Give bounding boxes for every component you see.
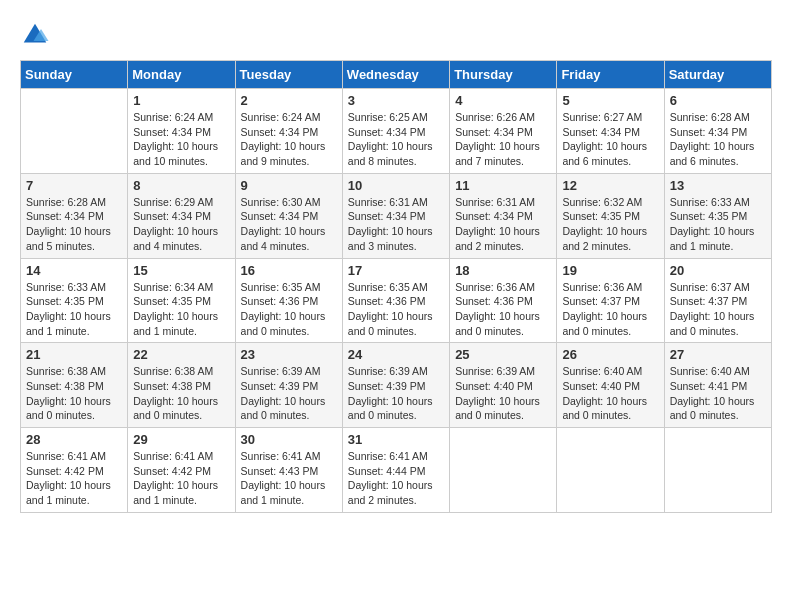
day-info: Sunrise: 6:38 AM Sunset: 4:38 PM Dayligh…: [133, 364, 229, 423]
calendar-cell: 11Sunrise: 6:31 AM Sunset: 4:34 PM Dayli…: [450, 173, 557, 258]
day-info: Sunrise: 6:40 AM Sunset: 4:40 PM Dayligh…: [562, 364, 658, 423]
day-of-week-thursday: Thursday: [450, 61, 557, 89]
calendar-cell: [450, 428, 557, 513]
day-info: Sunrise: 6:30 AM Sunset: 4:34 PM Dayligh…: [241, 195, 337, 254]
calendar-header-row: SundayMondayTuesdayWednesdayThursdayFrid…: [21, 61, 772, 89]
page-header: [20, 20, 772, 50]
calendar-cell: 5Sunrise: 6:27 AM Sunset: 4:34 PM Daylig…: [557, 89, 664, 174]
day-number: 26: [562, 347, 658, 362]
day-info: Sunrise: 6:24 AM Sunset: 4:34 PM Dayligh…: [133, 110, 229, 169]
day-info: Sunrise: 6:39 AM Sunset: 4:39 PM Dayligh…: [241, 364, 337, 423]
calendar-cell: 18Sunrise: 6:36 AM Sunset: 4:36 PM Dayli…: [450, 258, 557, 343]
day-number: 9: [241, 178, 337, 193]
calendar-cell: 8Sunrise: 6:29 AM Sunset: 4:34 PM Daylig…: [128, 173, 235, 258]
day-info: Sunrise: 6:35 AM Sunset: 4:36 PM Dayligh…: [348, 280, 444, 339]
day-info: Sunrise: 6:39 AM Sunset: 4:39 PM Dayligh…: [348, 364, 444, 423]
day-of-week-friday: Friday: [557, 61, 664, 89]
day-info: Sunrise: 6:38 AM Sunset: 4:38 PM Dayligh…: [26, 364, 122, 423]
day-number: 6: [670, 93, 766, 108]
calendar-cell: 22Sunrise: 6:38 AM Sunset: 4:38 PM Dayli…: [128, 343, 235, 428]
day-number: 1: [133, 93, 229, 108]
day-info: Sunrise: 6:28 AM Sunset: 4:34 PM Dayligh…: [26, 195, 122, 254]
day-info: Sunrise: 6:29 AM Sunset: 4:34 PM Dayligh…: [133, 195, 229, 254]
day-info: Sunrise: 6:40 AM Sunset: 4:41 PM Dayligh…: [670, 364, 766, 423]
day-number: 21: [26, 347, 122, 362]
calendar-cell: 19Sunrise: 6:36 AM Sunset: 4:37 PM Dayli…: [557, 258, 664, 343]
day-number: 15: [133, 263, 229, 278]
calendar-cell: 24Sunrise: 6:39 AM Sunset: 4:39 PM Dayli…: [342, 343, 449, 428]
calendar-cell: 9Sunrise: 6:30 AM Sunset: 4:34 PM Daylig…: [235, 173, 342, 258]
day-number: 11: [455, 178, 551, 193]
calendar-cell: 23Sunrise: 6:39 AM Sunset: 4:39 PM Dayli…: [235, 343, 342, 428]
calendar-cell: 7Sunrise: 6:28 AM Sunset: 4:34 PM Daylig…: [21, 173, 128, 258]
calendar-week-row: 7Sunrise: 6:28 AM Sunset: 4:34 PM Daylig…: [21, 173, 772, 258]
day-info: Sunrise: 6:25 AM Sunset: 4:34 PM Dayligh…: [348, 110, 444, 169]
day-info: Sunrise: 6:41 AM Sunset: 4:42 PM Dayligh…: [26, 449, 122, 508]
logo-icon: [20, 20, 50, 50]
day-number: 23: [241, 347, 337, 362]
calendar-cell: 31Sunrise: 6:41 AM Sunset: 4:44 PM Dayli…: [342, 428, 449, 513]
day-number: 24: [348, 347, 444, 362]
day-number: 5: [562, 93, 658, 108]
calendar-cell: 17Sunrise: 6:35 AM Sunset: 4:36 PM Dayli…: [342, 258, 449, 343]
day-of-week-saturday: Saturday: [664, 61, 771, 89]
day-of-week-wednesday: Wednesday: [342, 61, 449, 89]
calendar-cell: 21Sunrise: 6:38 AM Sunset: 4:38 PM Dayli…: [21, 343, 128, 428]
day-info: Sunrise: 6:33 AM Sunset: 4:35 PM Dayligh…: [670, 195, 766, 254]
day-number: 7: [26, 178, 122, 193]
day-number: 8: [133, 178, 229, 193]
day-number: 12: [562, 178, 658, 193]
calendar-cell: 12Sunrise: 6:32 AM Sunset: 4:35 PM Dayli…: [557, 173, 664, 258]
day-number: 13: [670, 178, 766, 193]
calendar-week-row: 28Sunrise: 6:41 AM Sunset: 4:42 PM Dayli…: [21, 428, 772, 513]
calendar-cell: 4Sunrise: 6:26 AM Sunset: 4:34 PM Daylig…: [450, 89, 557, 174]
day-number: 31: [348, 432, 444, 447]
calendar-cell: 2Sunrise: 6:24 AM Sunset: 4:34 PM Daylig…: [235, 89, 342, 174]
calendar-cell: [557, 428, 664, 513]
day-of-week-tuesday: Tuesday: [235, 61, 342, 89]
calendar-cell: 25Sunrise: 6:39 AM Sunset: 4:40 PM Dayli…: [450, 343, 557, 428]
day-number: 4: [455, 93, 551, 108]
day-number: 28: [26, 432, 122, 447]
calendar-cell: 27Sunrise: 6:40 AM Sunset: 4:41 PM Dayli…: [664, 343, 771, 428]
calendar-cell: [21, 89, 128, 174]
day-number: 14: [26, 263, 122, 278]
day-number: 30: [241, 432, 337, 447]
day-info: Sunrise: 6:31 AM Sunset: 4:34 PM Dayligh…: [348, 195, 444, 254]
calendar-cell: 15Sunrise: 6:34 AM Sunset: 4:35 PM Dayli…: [128, 258, 235, 343]
calendar-cell: 6Sunrise: 6:28 AM Sunset: 4:34 PM Daylig…: [664, 89, 771, 174]
calendar-cell: 20Sunrise: 6:37 AM Sunset: 4:37 PM Dayli…: [664, 258, 771, 343]
day-info: Sunrise: 6:27 AM Sunset: 4:34 PM Dayligh…: [562, 110, 658, 169]
day-number: 10: [348, 178, 444, 193]
calendar-cell: 16Sunrise: 6:35 AM Sunset: 4:36 PM Dayli…: [235, 258, 342, 343]
calendar-cell: 14Sunrise: 6:33 AM Sunset: 4:35 PM Dayli…: [21, 258, 128, 343]
day-info: Sunrise: 6:24 AM Sunset: 4:34 PM Dayligh…: [241, 110, 337, 169]
calendar-cell: 26Sunrise: 6:40 AM Sunset: 4:40 PM Dayli…: [557, 343, 664, 428]
calendar-cell: 13Sunrise: 6:33 AM Sunset: 4:35 PM Dayli…: [664, 173, 771, 258]
logo: [20, 20, 56, 50]
day-info: Sunrise: 6:36 AM Sunset: 4:37 PM Dayligh…: [562, 280, 658, 339]
day-number: 29: [133, 432, 229, 447]
day-info: Sunrise: 6:41 AM Sunset: 4:43 PM Dayligh…: [241, 449, 337, 508]
day-info: Sunrise: 6:33 AM Sunset: 4:35 PM Dayligh…: [26, 280, 122, 339]
day-number: 20: [670, 263, 766, 278]
day-info: Sunrise: 6:39 AM Sunset: 4:40 PM Dayligh…: [455, 364, 551, 423]
day-info: Sunrise: 6:34 AM Sunset: 4:35 PM Dayligh…: [133, 280, 229, 339]
day-of-week-sunday: Sunday: [21, 61, 128, 89]
day-info: Sunrise: 6:31 AM Sunset: 4:34 PM Dayligh…: [455, 195, 551, 254]
calendar-cell: [664, 428, 771, 513]
day-info: Sunrise: 6:35 AM Sunset: 4:36 PM Dayligh…: [241, 280, 337, 339]
calendar-table: SundayMondayTuesdayWednesdayThursdayFrid…: [20, 60, 772, 513]
day-number: 22: [133, 347, 229, 362]
calendar-cell: 30Sunrise: 6:41 AM Sunset: 4:43 PM Dayli…: [235, 428, 342, 513]
calendar-cell: 3Sunrise: 6:25 AM Sunset: 4:34 PM Daylig…: [342, 89, 449, 174]
day-info: Sunrise: 6:41 AM Sunset: 4:42 PM Dayligh…: [133, 449, 229, 508]
calendar-week-row: 21Sunrise: 6:38 AM Sunset: 4:38 PM Dayli…: [21, 343, 772, 428]
calendar-cell: 29Sunrise: 6:41 AM Sunset: 4:42 PM Dayli…: [128, 428, 235, 513]
day-number: 18: [455, 263, 551, 278]
calendar-week-row: 1Sunrise: 6:24 AM Sunset: 4:34 PM Daylig…: [21, 89, 772, 174]
day-number: 19: [562, 263, 658, 278]
calendar-cell: 1Sunrise: 6:24 AM Sunset: 4:34 PM Daylig…: [128, 89, 235, 174]
day-number: 27: [670, 347, 766, 362]
day-info: Sunrise: 6:28 AM Sunset: 4:34 PM Dayligh…: [670, 110, 766, 169]
